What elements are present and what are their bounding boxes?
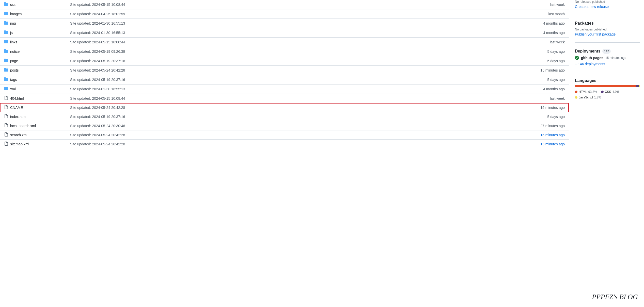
no-packages-label: No packages published — [575, 28, 640, 31]
file-name[interactable]: css — [4, 2, 62, 7]
file-name-text: sitemap.xml — [10, 142, 29, 146]
commit-message: Site updated: 2024-04-25 18:01:59 — [66, 9, 388, 19]
table-row[interactable]: page Site updated: 2024-05-19 20:37:16 5… — [0, 56, 569, 66]
file-name[interactable]: js — [4, 30, 62, 35]
table-row[interactable]: images Site updated: 2024-04-25 18:01:59… — [0, 9, 569, 19]
file-name[interactable]: index.html — [4, 114, 62, 119]
file-name[interactable]: sitemap.xml — [4, 142, 62, 146]
table-row[interactable]: xml Site updated: 2024-01-30 16:55:13 4 … — [0, 84, 569, 94]
table-row[interactable]: css Site updated: 2024-05-15 10:08:44 la… — [0, 0, 569, 9]
table-row[interactable]: img Site updated: 2024-01-30 16:55:13 4 … — [0, 19, 569, 28]
folder-icon — [4, 58, 8, 63]
sidebar: No releases published Create a new relea… — [569, 0, 644, 307]
folder-icon — [4, 21, 8, 26]
lang-bar-html — [575, 85, 636, 87]
file-name[interactable]: local-search.xml — [4, 123, 62, 128]
commit-time: 5 days ago — [388, 112, 569, 121]
more-deployments-link[interactable]: + 146 deployments — [575, 62, 605, 66]
lang-item-html: HTML 93.3% — [575, 90, 597, 94]
file-name[interactable]: posts — [4, 68, 62, 73]
file-list: css Site updated: 2024-05-15 10:08:44 la… — [0, 0, 569, 307]
commit-message: Site updated: 2024-05-24 20:42:28 — [66, 103, 388, 112]
table-row[interactable]: posts Site updated: 2024-05-24 20:42:28 … — [0, 66, 569, 75]
table-row[interactable]: tags Site updated: 2024-05-19 20:37:16 5… — [0, 75, 569, 84]
deployment-time: 15 minutes ago — [605, 56, 626, 60]
commit-message: Site updated: 2024-05-19 20:37:16 — [66, 56, 388, 66]
folder-icon — [4, 77, 8, 82]
commit-message: Site updated: 2024-05-19 09:26:39 — [66, 47, 388, 56]
file-name[interactable]: tags — [4, 77, 62, 82]
table-row[interactable]: search.xml Site updated: 2024-05-24 20:4… — [0, 130, 569, 140]
languages-section: Languages HTML 93.3% CSS 4.9% — [575, 78, 640, 105]
commit-message: Site updated: 2024-01-30 16:55:13 — [66, 19, 388, 28]
commit-message: Site updated: 2024-05-24 20:42:28 — [66, 140, 388, 149]
file-name-text: css — [10, 3, 15, 7]
file-icon — [4, 96, 8, 101]
deployments-heading: Deployments 147 — [575, 49, 640, 54]
commit-message: Site updated: 2024-01-30 16:55:13 — [66, 84, 388, 94]
commit-time: 5 days ago — [388, 56, 569, 66]
file-icon — [4, 114, 8, 119]
table-row[interactable]: js Site updated: 2024-01-30 16:55:13 4 m… — [0, 28, 569, 38]
file-name[interactable]: search.xml — [4, 132, 62, 137]
deployment-env-name: github-pages — [581, 56, 603, 60]
lang-dot-css — [601, 91, 604, 93]
file-name[interactable]: page — [4, 58, 62, 63]
lang-bar-css — [636, 85, 639, 87]
table-row[interactable]: links Site updated: 2024-05-15 10:08:44 … — [0, 38, 569, 47]
file-icon — [4, 123, 8, 128]
lang-bar-js — [639, 85, 640, 87]
commit-message: Site updated: 2024-05-24 20:42:28 — [66, 130, 388, 140]
file-name[interactable]: notice — [4, 49, 62, 54]
commit-time: 27 minutes ago — [388, 121, 569, 130]
commit-time: last month — [388, 9, 569, 19]
lang-dot-js — [575, 96, 577, 99]
table-row[interactable]: index.html Site updated: 2024-05-19 20:3… — [0, 112, 569, 121]
file-table: css Site updated: 2024-05-15 10:08:44 la… — [0, 0, 569, 148]
file-name-text: index.html — [10, 115, 26, 119]
commit-time: 15 minutes ago — [388, 66, 569, 75]
lang-name-css: CSS — [605, 90, 611, 94]
create-release-link[interactable]: Create a new release — [575, 5, 609, 9]
commit-time: last week — [388, 94, 569, 103]
commit-message: Site updated: 2024-05-15 10:08:44 — [66, 38, 388, 47]
file-name[interactable]: images — [4, 11, 62, 16]
file-name[interactable]: CNAME — [4, 105, 62, 110]
file-name-text: 404.html — [10, 96, 24, 100]
lang-name-js: JavaScript — [579, 96, 593, 99]
file-name-text: js — [10, 31, 13, 35]
file-name-text: images — [10, 12, 22, 16]
folder-icon — [4, 2, 8, 7]
commit-time: 15 minutes ago — [388, 103, 569, 112]
table-row[interactable]: sitemap.xml Site updated: 2024-05-24 20:… — [0, 140, 569, 149]
language-bar — [575, 85, 640, 87]
language-list: HTML 93.3% CSS 4.9% JavaScript 1.8% — [575, 90, 640, 99]
table-row[interactable]: CNAME Site updated: 2024-05-24 20:42:28 … — [0, 103, 569, 112]
deployments-section: Deployments 147 github-pages 15 minutes … — [575, 49, 640, 72]
file-name-text: local-search.xml — [10, 124, 36, 128]
lang-pct-css: 4.9% — [612, 90, 619, 94]
table-row[interactable]: notice Site updated: 2024-05-19 09:26:39… — [0, 47, 569, 56]
commit-time: 4 months ago — [388, 19, 569, 28]
file-name[interactable]: links — [4, 40, 62, 45]
lang-pct-html: 93.3% — [588, 90, 597, 94]
publish-package-link[interactable]: Publish your first package — [575, 32, 616, 36]
commit-time: 4 months ago — [388, 84, 569, 94]
lang-item-js: JavaScript 1.8% — [575, 96, 601, 99]
commit-message: Site updated: 2024-05-19 20:37:16 — [66, 75, 388, 84]
commit-message: Site updated: 2024-05-19 20:37:16 — [66, 112, 388, 121]
commit-message: Site updated: 2024-05-15 10:08:44 — [66, 0, 388, 9]
file-name[interactable]: xml — [4, 87, 62, 92]
table-row[interactable]: local-search.xml Site updated: 2024-05-2… — [0, 121, 569, 130]
commit-time: 5 days ago — [388, 47, 569, 56]
file-name[interactable]: 404.html — [4, 96, 62, 101]
file-name-text: page — [10, 59, 18, 63]
file-name-text: posts — [10, 68, 19, 72]
folder-icon — [4, 40, 8, 45]
file-name-text: links — [10, 40, 17, 44]
file-name[interactable]: img — [4, 21, 62, 26]
commit-message: Site updated: 2024-01-30 16:55:13 — [66, 28, 388, 38]
lang-item-css: CSS 4.9% — [601, 90, 619, 94]
file-name-text: notice — [10, 49, 20, 54]
table-row[interactable]: 404.html Site updated: 2024-05-15 10:08:… — [0, 94, 569, 103]
